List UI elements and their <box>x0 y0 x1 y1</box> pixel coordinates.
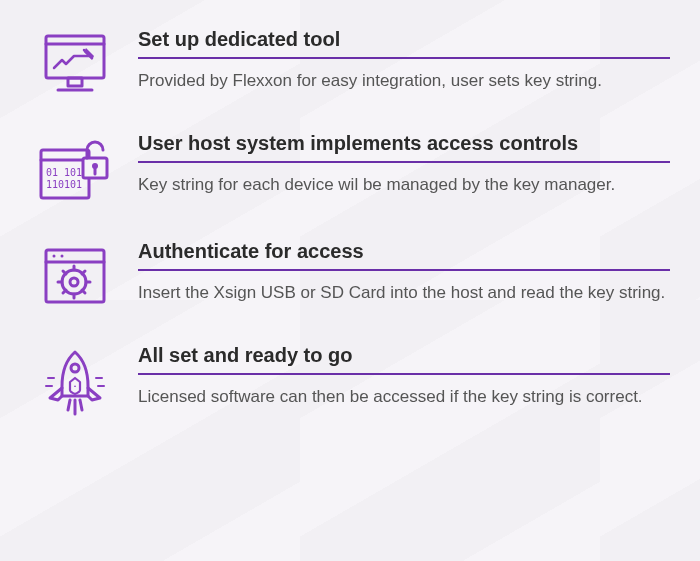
step-description: Licensed software can then be accessed i… <box>138 385 670 409</box>
step-description: Insert the Xsign USB or SD Card into the… <box>138 281 670 305</box>
svg-point-13 <box>53 255 56 258</box>
step-content: User host system implements access contr… <box>120 132 670 197</box>
step-content: All set and ready to go Licensed softwar… <box>120 344 670 409</box>
authenticate-icon <box>30 240 120 310</box>
step-title: Authenticate for access <box>138 240 670 271</box>
svg-line-23 <box>82 271 85 274</box>
step-title: Set up dedicated tool <box>138 28 670 59</box>
svg-point-25 <box>71 364 79 372</box>
step-authenticate: Authenticate for access Insert the Xsign… <box>30 240 670 310</box>
ready-icon <box>30 344 120 422</box>
access-controls-icon: 01 1011 110101 <box>30 132 120 206</box>
svg-line-22 <box>82 290 85 293</box>
step-access-controls: 01 1011 110101 User host system implemen… <box>30 132 670 206</box>
svg-line-21 <box>63 271 66 274</box>
svg-point-14 <box>61 255 64 258</box>
step-content: Set up dedicated tool Provided by Flexxo… <box>120 28 670 93</box>
svg-line-24 <box>63 290 66 293</box>
step-ready: All set and ready to go Licensed softwar… <box>30 344 670 422</box>
steps-list: Set up dedicated tool Provided by Flexxo… <box>0 0 700 442</box>
svg-text:110101: 110101 <box>46 179 82 190</box>
step-setup: Set up dedicated tool Provided by Flexxo… <box>30 28 670 98</box>
svg-point-16 <box>70 278 78 286</box>
step-content: Authenticate for access Insert the Xsign… <box>120 240 670 305</box>
setup-tool-icon <box>30 28 120 98</box>
step-title: All set and ready to go <box>138 344 670 375</box>
step-description: Provided by Flexxon for easy integration… <box>138 69 670 93</box>
step-title: User host system implements access contr… <box>138 132 670 163</box>
step-description: Key string for each device wil be manage… <box>138 173 670 197</box>
svg-rect-2 <box>68 78 82 86</box>
